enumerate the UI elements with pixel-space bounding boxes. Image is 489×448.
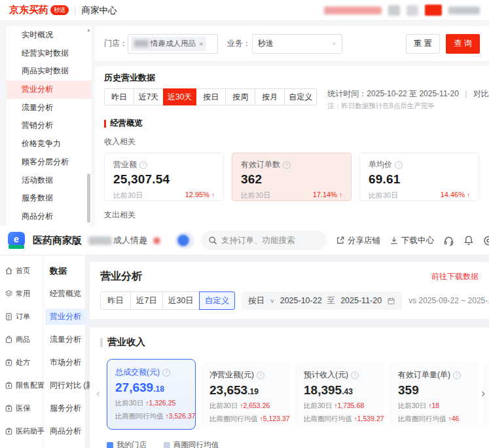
help-icon[interactable]: ? <box>395 161 403 169</box>
carousel-next-icon[interactable]: › <box>481 386 485 400</box>
help-icon[interactable]: ? <box>162 369 170 377</box>
date-join-label: 至 <box>327 295 336 307</box>
redacted-red-badge[interactable] <box>425 5 442 16</box>
assistant-box-icon <box>5 427 13 436</box>
subnav-item-service-analysis[interactable]: 服务分析 <box>43 397 96 420</box>
logo-divider: | <box>74 5 76 15</box>
metric-card-expected-income[interactable]: 预计收入(元) ? 18,395.43 比前30日↑1,735.68 比商圈同行… <box>295 362 384 427</box>
granularity-select[interactable]: 按日 <box>248 295 264 307</box>
sidebar-item-customer-segmentation[interactable]: 顾客分层分析 <box>7 153 92 172</box>
store-select-input[interactable]: 情趣成人用品 × <box>128 34 218 54</box>
reset-button[interactable]: 重 置 <box>406 34 440 54</box>
redacted-header-icon-1[interactable] <box>388 5 400 16</box>
metric-card-valid-orders[interactable]: 有效订单数 ? 362 比前30日 17.14% ↑ <box>232 153 352 201</box>
go-download-data-link[interactable]: 前往下载数据 <box>431 271 479 282</box>
nav-item-frequently-used[interactable]: 常用 <box>0 282 43 305</box>
stat-time-text: 统计时间：2025-10-22 至 2025-11-20 <box>327 89 459 98</box>
med-store-name[interactable]: 成人情趣 <box>88 234 147 246</box>
nav-item-pharmacy-assistant[interactable]: 医药助手 <box>0 420 43 443</box>
redacted-status-tag <box>154 236 162 245</box>
tab-yesterday[interactable]: 昨日 <box>100 291 131 310</box>
sidebar-item-service-data[interactable]: 服务数据 <box>7 189 92 208</box>
legend-label: 商圈同行均值 <box>173 440 219 448</box>
screenshot-stage: 京东买药 秒送 | 商家中心 实时概况 经营实时数据 商品实时数据 营业分析 流… <box>0 0 489 448</box>
nav-item-prescriptions[interactable]: 处方 <box>0 351 43 374</box>
tab-last30days[interactable]: 近30天 <box>163 88 196 105</box>
sidebar-item-realtime-overview[interactable]: 实时概况 <box>7 26 92 45</box>
metric-value: 25,307.54 <box>113 172 215 187</box>
jd-header-right <box>324 5 480 16</box>
redacted-user-name[interactable] <box>448 7 480 14</box>
nav-item-home[interactable]: 首页 <box>0 259 43 282</box>
tab-yesterday[interactable]: 昨日 <box>104 88 134 105</box>
help-icon[interactable]: ? <box>453 371 461 379</box>
tab-by-day[interactable]: 按日 <box>196 88 226 105</box>
tab-last7days[interactable]: 近7天 <box>134 88 164 105</box>
nav-item-restricted-sale-config[interactable]: 限售配置 <box>0 374 43 397</box>
metric-label: 有效订单量(单) <box>398 369 450 381</box>
metric-card-net-revenue[interactable]: 净营业额(元) ? 23,653.19 比前30日↑2,653.26 比商圈同行… <box>201 362 290 427</box>
tab-last30days[interactable]: 近30日 <box>162 291 200 310</box>
sidebar-item-traffic-analysis[interactable]: 流量分析 <box>7 99 92 117</box>
compare-time-text: 对比时间：2025-09-22 至 2025-10-21 <box>473 89 489 98</box>
metric-card-avg-order-price[interactable]: 单均价 ? 69.61 比前30日 14.46% ↑ <box>359 153 479 201</box>
med-date-controls: 昨日 近7日 近30日 自定义 按日 ∨ 2025-10-22 至 2025-1… <box>100 291 479 310</box>
subnav-item-traffic-analysis[interactable]: 流量分析 <box>43 328 96 351</box>
subnav-item-market-analysis[interactable]: 市场分析 <box>43 351 96 374</box>
sidebar-item-business-realtime-data[interactable]: 经营实时数据 <box>7 45 92 63</box>
sidebar-item-product-realtime-data[interactable]: 商品实时数据 <box>7 62 92 81</box>
download-center-button[interactable]: 下载中心 <box>389 235 434 246</box>
section-title-text: 营业收入 <box>107 336 145 348</box>
legend-peer-average[interactable]: 商圈同行均值 <box>164 440 219 448</box>
metric-card-valid-orders[interactable]: 有效订单量(单) ? 359 比前30日↑18 比商圈同行均值↑46 <box>389 362 479 427</box>
help-icon[interactable]: ? <box>139 161 147 169</box>
help-icon[interactable]: ? <box>351 371 359 379</box>
date-start[interactable]: 2025-10-22 <box>280 296 322 305</box>
metric-card-revenue[interactable]: 营业额 ? 25,307.54 比前30日 12.95% ↑ <box>104 153 224 201</box>
subnav-item-business-analysis[interactable]: 营业分析 <box>43 305 96 328</box>
help-icon[interactable]: ? <box>257 371 264 379</box>
tab-custom[interactable]: 自定义 <box>284 88 317 105</box>
med-top-bar: e 医药商家版 成人情趣 支持订单、功能搜索 <box>0 226 489 255</box>
tab-by-month[interactable]: 按月 <box>255 88 285 105</box>
up-arrow-icon: ↑ <box>339 191 342 198</box>
metric-card-total-gmv[interactable]: 总成交额(元) ? 27,639.18 比前30日↑1,326.25 比商圈同行… <box>107 359 196 430</box>
biz-select[interactable]: 秒送 ∨ <box>252 34 342 54</box>
notification-bell-icon[interactable] <box>463 235 474 246</box>
help-icon[interactable]: ? <box>283 161 291 169</box>
sidebar-item-product-analysis[interactable]: 商品分析 <box>7 208 92 226</box>
nav-item-medical-insurance[interactable]: 医保 <box>0 397 43 420</box>
tab-last7days[interactable]: 近7日 <box>130 291 163 310</box>
compare-label: 比前30日 <box>398 401 426 409</box>
sidebar-item-activity-data[interactable]: 活动数据 <box>7 172 92 190</box>
carousel-prev-icon[interactable]: ‹ <box>96 386 100 400</box>
tab-custom[interactable]: 自定义 <box>199 291 236 310</box>
share-store-button[interactable]: 分享店铺 <box>336 235 380 246</box>
subnav-item-business-overview[interactable]: 经营概览 <box>43 282 96 305</box>
nav-item-orders[interactable]: 订单 <box>0 305 43 328</box>
tab-by-week[interactable]: 按周 <box>225 88 255 105</box>
redacted-header-icon-2[interactable] <box>407 5 418 16</box>
legend-my-store[interactable]: 我的门店 <box>107 440 147 448</box>
query-button[interactable]: 查 询 <box>446 34 480 54</box>
nav-item-products[interactable]: 商品 <box>0 328 43 351</box>
sidebar-scrollbar[interactable]: ▲ <box>86 26 91 226</box>
search-input[interactable]: 支持订单、功能搜索 <box>201 231 327 250</box>
subnav-item-peer-comparison[interactable]: 同行对比 (新) <box>43 374 96 397</box>
subnav-item-product-analysis[interactable]: 商品分析 <box>43 420 96 443</box>
stat-time-separator: | <box>465 89 467 98</box>
scrollbar-thumb[interactable] <box>87 174 90 223</box>
search-placeholder: 支持订单、功能搜索 <box>221 235 295 246</box>
scroll-up-icon[interactable]: ▲ <box>86 28 91 32</box>
customer-service-icon[interactable] <box>443 235 454 246</box>
tag-close-icon[interactable]: × <box>199 40 203 48</box>
nav-label: 商品 <box>16 335 30 345</box>
sidebar-item-business-analysis[interactable]: 营业分析 <box>7 81 92 99</box>
search-icon <box>208 236 217 245</box>
date-range-picker[interactable]: 按日 ∨ 2025-10-22 至 2025-11-20 <box>242 291 402 310</box>
sidebar-item-price-competitiveness[interactable]: 价格竞争力 <box>7 135 92 153</box>
date-end[interactable]: 2025-11-20 <box>340 296 382 305</box>
sidebar-item-marketing-analysis[interactable]: 营销分析 <box>7 117 92 135</box>
target-settings-icon[interactable] <box>483 235 489 246</box>
redacted-account-pill[interactable] <box>175 232 194 249</box>
